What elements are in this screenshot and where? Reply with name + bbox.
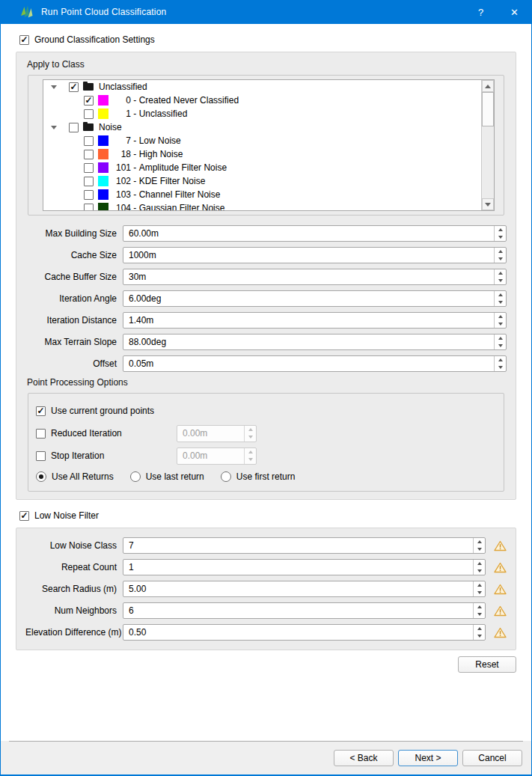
cancel-button[interactable]: Cancel: [462, 750, 522, 766]
ground-classification-checkbox[interactable]: [19, 35, 29, 45]
spin-down-icon[interactable]: [474, 567, 485, 575]
ground-classification-settings-toggle[interactable]: Ground Classification Settings: [19, 34, 516, 46]
spinner-buttons[interactable]: [473, 625, 485, 640]
spin-up-icon[interactable]: [495, 313, 506, 320]
checkbox[interactable]: [84, 190, 94, 200]
spinner-buttons[interactable]: [494, 248, 506, 263]
spin-up-icon[interactable]: [495, 356, 506, 364]
iteration-distance-input[interactable]: 1.40m: [123, 312, 507, 329]
checkbox[interactable]: [84, 136, 94, 146]
tree-item-class-101[interactable]: 101 - Amplitude Filter Noise: [43, 161, 494, 174]
spin-up-icon[interactable]: [474, 560, 485, 567]
spinner-buttons[interactable]: [494, 269, 506, 284]
tree-item-class-104[interactable]: 104 - Gaussian Filter Noise: [43, 201, 494, 211]
spinner-buttons[interactable]: [494, 226, 506, 241]
title-bar[interactable]: Run Point Cloud Classification ? ✕: [1, 0, 531, 24]
spin-down-icon[interactable]: [495, 277, 506, 284]
checkbox[interactable]: [84, 204, 94, 212]
spin-up-icon[interactable]: [474, 538, 485, 546]
close-button[interactable]: ✕: [498, 0, 531, 24]
tree-item-noise-folder[interactable]: Noise: [43, 120, 494, 134]
spin-down-icon[interactable]: [495, 233, 506, 241]
spinner-buttons[interactable]: [473, 581, 485, 596]
spin-down-icon[interactable]: [495, 255, 506, 263]
spin-up-icon[interactable]: [474, 581, 485, 589]
spin-down-icon[interactable]: [474, 546, 485, 553]
spin-down-icon[interactable]: [495, 320, 506, 328]
class-color-swatch: [98, 149, 108, 159]
scroll-down-button[interactable]: [482, 198, 494, 210]
use-all-returns-radio[interactable]: [36, 471, 46, 482]
spin-down-icon[interactable]: [474, 611, 485, 618]
spinner-buttons[interactable]: [473, 603, 485, 618]
reset-button[interactable]: Reset: [458, 656, 516, 673]
field-label: Repeat Count: [25, 562, 123, 572]
stop-iteration-checkbox[interactable]: [36, 451, 46, 461]
scroll-up-button[interactable]: [482, 80, 494, 92]
scrollbar-thumb[interactable]: [482, 92, 494, 126]
checkbox[interactable]: [69, 123, 79, 132]
spin-up-icon[interactable]: [495, 248, 506, 255]
checkbox[interactable]: [84, 177, 94, 186]
back-button[interactable]: < Back: [334, 750, 394, 766]
spin-up-icon[interactable]: [495, 334, 506, 342]
spinner-buttons[interactable]: [494, 334, 506, 349]
checkbox[interactable]: [69, 82, 79, 92]
max-building-size-input[interactable]: 60.00m: [123, 225, 507, 242]
field-value: 6: [129, 603, 134, 618]
repeat-count-input[interactable]: 1: [123, 559, 486, 575]
spin-down-icon[interactable]: [474, 589, 485, 596]
spin-up-icon[interactable]: [495, 226, 506, 233]
help-button[interactable]: ?: [464, 0, 498, 24]
cache-size-input[interactable]: 1000m: [123, 247, 507, 263]
spinner-buttons[interactable]: [494, 313, 506, 328]
class-tree[interactable]: Unclassified 0 - Created Never Classifie…: [43, 79, 495, 211]
tree-item-class-102[interactable]: 102 - KDE Filter Noise: [43, 174, 494, 188]
search-radius-input[interactable]: 5.00: [123, 581, 486, 597]
elevation-difference-input[interactable]: 0.50: [123, 624, 486, 641]
spinner-buttons[interactable]: [494, 356, 506, 371]
use-current-ground-points-row[interactable]: Use current ground points: [36, 403, 496, 419]
spin-down-icon[interactable]: [495, 299, 506, 306]
tree-item-unclassified-folder[interactable]: Unclassified: [43, 80, 494, 94]
field-label: Offset: [25, 358, 123, 369]
checkbox[interactable]: [84, 163, 94, 173]
spinner-buttons[interactable]: [473, 560, 485, 575]
use-current-ground-points-checkbox[interactable]: [36, 406, 46, 416]
spin-down-icon[interactable]: [474, 632, 485, 640]
next-button[interactable]: Next >: [398, 750, 458, 766]
field-row-iteration-distance: Iteration Distance 1.40m: [25, 312, 507, 329]
spin-down-icon[interactable]: [495, 364, 506, 371]
reduced-iteration-checkbox[interactable]: [36, 429, 46, 439]
low-noise-filter-toggle[interactable]: Low Noise Filter: [19, 510, 516, 522]
low-noise-filter-checkbox[interactable]: [19, 511, 29, 521]
spin-up-icon[interactable]: [474, 625, 485, 632]
tree-scrollbar[interactable]: [481, 80, 494, 210]
use-last-return-radio[interactable]: [130, 471, 141, 482]
spin-down-icon[interactable]: [495, 342, 506, 349]
spin-up-icon[interactable]: [474, 603, 485, 611]
iteration-angle-input[interactable]: 6.00deg: [123, 290, 507, 307]
tree-item-class-1[interactable]: 1 - Unclassified: [43, 107, 494, 120]
tree-item-class-18[interactable]: 18 - High Noise: [43, 147, 494, 161]
checkbox[interactable]: [84, 96, 94, 106]
tree-item-class-7[interactable]: 7 - Low Noise: [43, 134, 494, 147]
low-noise-class-input[interactable]: 7: [123, 537, 486, 554]
expand-arrow-icon[interactable]: [48, 126, 60, 129]
expand-arrow-icon[interactable]: [48, 85, 60, 89]
max-terrain-slope-input[interactable]: 88.00deg: [123, 334, 507, 350]
tree-item-class-0[interactable]: 0 - Created Never Classified: [43, 94, 494, 107]
spin-up-icon[interactable]: [495, 269, 506, 277]
tree-item-class-103[interactable]: 103 - Channel Filter Noise: [43, 188, 494, 201]
num-neighbors-input[interactable]: 6: [123, 602, 486, 619]
checkbox[interactable]: [84, 109, 94, 119]
spinner-buttons[interactable]: [473, 538, 485, 553]
offset-input[interactable]: 0.05m: [123, 355, 507, 372]
spin-up-icon[interactable]: [495, 291, 506, 299]
use-first-return-radio[interactable]: [221, 471, 231, 482]
field-label: Search Radius (m): [25, 584, 123, 594]
spinner-buttons[interactable]: [494, 291, 506, 306]
checkbox[interactable]: [84, 150, 94, 159]
cache-buffer-size-input[interactable]: 30m: [123, 269, 507, 285]
class-name: KDE Filter Noise: [139, 176, 206, 186]
